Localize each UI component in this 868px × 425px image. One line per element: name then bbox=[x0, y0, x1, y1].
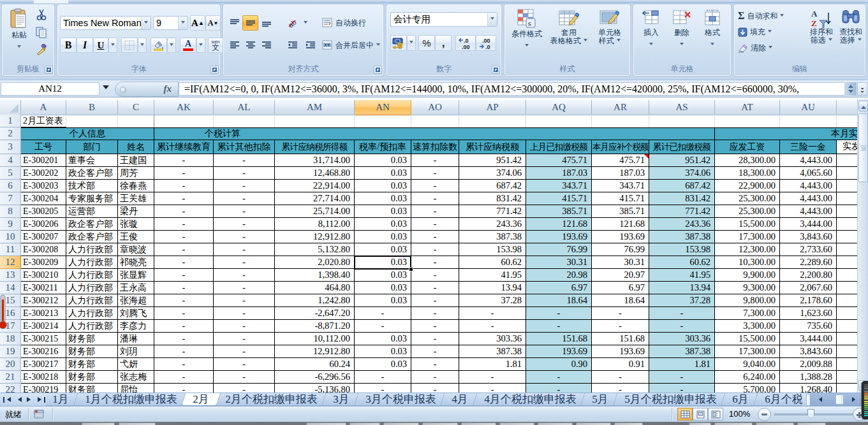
cell-AU18[interactable]: 3,444.00 bbox=[780, 333, 837, 345]
cell-AN8[interactable]: 0.03 bbox=[355, 205, 411, 218]
cell-AS12[interactable]: 60.62 bbox=[649, 256, 715, 269]
normal-view-button[interactable] bbox=[677, 408, 693, 421]
cell-AO17[interactable]: - bbox=[411, 320, 459, 333]
first-sheet-button[interactable] bbox=[2, 394, 12, 405]
formula-bar-expand-button[interactable]: ⌄⌄ bbox=[857, 82, 867, 96]
cell-AK15[interactable]: - bbox=[154, 294, 214, 307]
cell-A12[interactable]: E-300209 bbox=[21, 256, 66, 269]
cell-header-0[interactable]: 工号 bbox=[21, 140, 66, 154]
cell-AM10[interactable]: 12,912.80 bbox=[275, 231, 355, 243]
cell-B8[interactable]: 运营部 bbox=[66, 205, 118, 218]
cell-C12[interactable]: 祁晓亮 bbox=[118, 256, 154, 269]
fill-handle[interactable] bbox=[409, 267, 413, 271]
row-header-11[interactable]: 11 bbox=[0, 243, 21, 256]
cell-B4[interactable]: 董事会 bbox=[66, 154, 118, 167]
cell-AN21[interactable]: - bbox=[355, 371, 411, 384]
cell-C14[interactable]: 王永高 bbox=[118, 282, 154, 294]
cell-styles-button[interactable]: 单元格 样式 bbox=[591, 7, 628, 66]
fill-color-button[interactable] bbox=[151, 38, 167, 53]
cut-button[interactable] bbox=[35, 8, 52, 24]
cell-empty[interactable] bbox=[154, 115, 214, 127]
accounting-format-button[interactable] bbox=[390, 35, 407, 51]
cell-AK8[interactable]: - bbox=[154, 205, 214, 218]
conditional-format-button[interactable]: ≤ 条件格式 bbox=[507, 7, 547, 66]
cell-AT12[interactable]: 10,300.00 bbox=[715, 256, 780, 269]
cell-AS4[interactable]: 951.42 bbox=[649, 154, 715, 167]
cell-B22[interactable]: 财务部 bbox=[66, 384, 118, 393]
cell-empty[interactable] bbox=[649, 115, 715, 127]
horizontal-scrollbar[interactable] bbox=[811, 393, 862, 407]
increase-indent-button[interactable] bbox=[302, 38, 319, 53]
cell-AQ16[interactable]: - bbox=[526, 307, 592, 320]
cell-AT13[interactable]: 9,900.00 bbox=[715, 269, 780, 282]
formula-bar-spinner[interactable] bbox=[844, 82, 857, 96]
cell-AR6[interactable]: 343.71 bbox=[592, 180, 649, 192]
cell-AS15[interactable]: 37.28 bbox=[649, 294, 715, 307]
cell-AN10[interactable]: 0.03 bbox=[355, 231, 411, 243]
cell-AT8[interactable]: 25,300.00 bbox=[715, 205, 780, 218]
cell-AP10[interactable]: 387.38 bbox=[459, 231, 526, 243]
row-header-22[interactable]: 22 bbox=[0, 384, 21, 393]
row-header-13[interactable]: 13 bbox=[0, 269, 21, 282]
cell-header-7[interactable]: 速算扣除数 bbox=[411, 140, 459, 154]
column-header-A[interactable]: A bbox=[21, 100, 66, 115]
cell-AM6[interactable]: 22,914.00 bbox=[275, 180, 355, 192]
cell-AT20[interactable]: 9,040.00 bbox=[715, 358, 780, 371]
cell-AL6[interactable]: - bbox=[214, 180, 275, 192]
cell-AR16[interactable]: - bbox=[592, 307, 649, 320]
page-layout-view-button[interactable] bbox=[693, 408, 708, 421]
cell-C5[interactable]: 周芳 bbox=[118, 167, 154, 180]
row-header-1[interactable]: 1 bbox=[0, 115, 21, 127]
sort-filter-button[interactable]: A Z 排序和 筛选 bbox=[805, 7, 837, 66]
cell-AP14[interactable]: 13.94 bbox=[459, 282, 526, 294]
merge-center-dropdown[interactable] bbox=[376, 43, 380, 48]
cell-AS20[interactable]: 1.81 bbox=[649, 358, 715, 371]
cell-AL8[interactable]: - bbox=[214, 205, 275, 218]
cell-AP11[interactable]: 153.98 bbox=[459, 243, 526, 256]
cell-AO12[interactable]: - bbox=[411, 256, 459, 269]
cell-AQ13[interactable]: 20.98 bbox=[526, 269, 592, 282]
cell-B7[interactable]: 专家服务部 bbox=[66, 192, 118, 205]
clipboard-dialog-launcher[interactable] bbox=[45, 66, 53, 74]
cell-AR5[interactable]: 187.03 bbox=[592, 167, 649, 180]
cell-AK7[interactable]: - bbox=[154, 192, 214, 205]
cell-empty[interactable] bbox=[275, 115, 355, 127]
cell-AS11[interactable]: 153.98 bbox=[649, 243, 715, 256]
fill-dropdown[interactable] bbox=[768, 30, 772, 34]
cell-extra-20[interactable] bbox=[837, 358, 858, 371]
scroll-left-button[interactable] bbox=[813, 394, 825, 405]
sheet-tab-4月个税扣缴申报表[interactable]: 4月个税扣缴申报表 bbox=[472, 393, 587, 406]
row-header-7[interactable]: 7 bbox=[0, 192, 21, 205]
paste-button[interactable]: 粘贴 bbox=[6, 7, 33, 66]
row-header-12[interactable]: 12 bbox=[0, 256, 21, 269]
cell-AM22[interactable]: -5,136.80 bbox=[275, 384, 355, 393]
cell-AN18[interactable]: 0.03 bbox=[355, 333, 411, 345]
cell-AO15[interactable]: - bbox=[411, 294, 459, 307]
cell-B12[interactable]: 人力行政部 bbox=[66, 256, 118, 269]
borders-button[interactable] bbox=[121, 38, 138, 53]
cell-AM8[interactable]: 25,714.00 bbox=[275, 205, 355, 218]
cell-A5[interactable]: E-300202 bbox=[21, 167, 66, 180]
cell-AL16[interactable]: - bbox=[214, 307, 275, 320]
cell-AK19[interactable]: - bbox=[154, 345, 214, 358]
insert-cells-button[interactable]: 插入 bbox=[637, 7, 665, 66]
cell-AU17[interactable]: 735.60 bbox=[780, 320, 837, 333]
cell-A14[interactable]: E-300211 bbox=[21, 282, 66, 294]
column-header-C[interactable]: C bbox=[118, 100, 154, 115]
cell-AO14[interactable]: - bbox=[411, 282, 459, 294]
row-header-18[interactable]: 18 bbox=[0, 333, 21, 345]
cell-AN11[interactable]: 0.03 bbox=[355, 243, 411, 256]
cell-AO8[interactable]: - bbox=[411, 205, 459, 218]
font-name-combo[interactable]: Times New Roman bbox=[60, 16, 151, 30]
cell-empty[interactable] bbox=[214, 115, 275, 127]
cell-extra-11[interactable] bbox=[837, 243, 858, 256]
cell-AL15[interactable]: - bbox=[214, 294, 275, 307]
cell-AU21[interactable]: 1,388.28 bbox=[780, 371, 837, 384]
cell-AL9[interactable]: - bbox=[214, 218, 275, 231]
cell-AP22[interactable]: - bbox=[459, 384, 526, 393]
cell-AP4[interactable]: 951.42 bbox=[459, 154, 526, 167]
cell-B11[interactable]: 人力行政部 bbox=[66, 243, 118, 256]
cell-group-month[interactable]: 本月实 bbox=[715, 127, 858, 140]
cell-AQ5[interactable]: 187.03 bbox=[526, 167, 592, 180]
sheet-tab-1月个税扣缴申报表[interactable]: 1月个税扣缴申报表 bbox=[73, 393, 188, 406]
